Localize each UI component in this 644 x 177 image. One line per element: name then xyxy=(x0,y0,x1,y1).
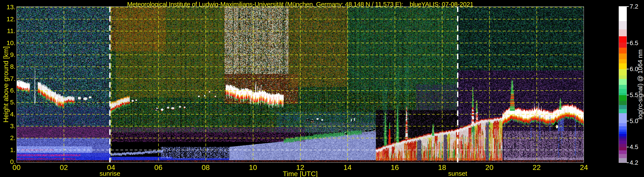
x-axis-label: Time [UTC] xyxy=(283,170,318,177)
colorbar-segment xyxy=(619,63,626,69)
y-tick-label: 1. xyxy=(10,146,16,153)
colorbar-tick-label: 7.2 xyxy=(630,3,638,10)
x-tick-label: 02 xyxy=(60,163,68,172)
x-tick-label: 10 xyxy=(249,163,257,172)
colorbar-tick-mark xyxy=(627,147,629,147)
colorbar-segment xyxy=(619,129,626,132)
colorbar-segment xyxy=(619,43,626,48)
x-tick-label: 20 xyxy=(485,163,493,172)
y-axis-label: Height above ground [km] xyxy=(2,46,10,123)
colorbar-segment xyxy=(619,123,626,126)
colorbar-segment xyxy=(619,141,626,144)
y-tick-label: 7. xyxy=(10,75,16,82)
y-tick-label: 8. xyxy=(10,63,16,70)
x-tick-label: 00 xyxy=(12,163,20,172)
colorbar-tick-label: 4.5 xyxy=(630,143,638,150)
colorbar-tick-mark xyxy=(627,69,629,69)
colorbar-segment xyxy=(619,89,626,93)
colorbar-segment xyxy=(619,105,626,109)
colorbar-segment xyxy=(619,21,626,30)
y-tick-label: 13. xyxy=(6,4,16,11)
x-tick-label: 16 xyxy=(391,163,399,172)
colorbar-label: log(rc-signal) @ 1064 nm xyxy=(637,49,644,119)
colorbar-segment xyxy=(619,54,626,59)
colorbar-segment xyxy=(619,134,626,136)
colorbar-tick-label: 4.2 xyxy=(630,159,638,166)
colorbar-segment xyxy=(619,154,626,158)
colorbar-segment xyxy=(619,147,626,150)
colorbar-segment xyxy=(619,132,626,134)
colorbar-tick-label: 6.5 xyxy=(630,39,638,46)
colorbar-tick-mark xyxy=(627,43,629,43)
x-tick-label: 24 xyxy=(580,163,588,172)
colorbar-segment xyxy=(619,79,626,85)
y-tick-label: 6. xyxy=(10,87,16,94)
x-tick-label: 18 xyxy=(438,163,446,172)
colorbar-segment xyxy=(619,85,626,89)
colorbar-segment xyxy=(619,95,626,101)
sunrise-annotation: sunrise xyxy=(100,170,120,177)
colorbar-segment xyxy=(619,109,626,113)
colorbar-segment xyxy=(619,158,626,163)
y-tick-label: 3. xyxy=(10,122,16,130)
colorbar-segment xyxy=(619,150,626,154)
y-tick-label: 4. xyxy=(10,111,16,118)
x-tick-label: 08 xyxy=(202,163,210,172)
lidar-heatmap-canvas xyxy=(16,7,584,163)
colorbar-segment xyxy=(619,7,626,21)
colorbar-tick-mark xyxy=(627,6,629,7)
colorbar-segment xyxy=(619,93,626,95)
colorbar-segment xyxy=(619,101,626,105)
x-tick-label: 22 xyxy=(533,163,541,172)
colorbar-segment xyxy=(619,48,626,54)
sunset-annotation: sunset xyxy=(448,170,467,177)
colorbar-tick-mark xyxy=(627,162,629,163)
colorbar-segment xyxy=(619,144,626,147)
y-tick-label: 10. xyxy=(6,39,16,47)
y-tick-label: 12. xyxy=(6,16,16,23)
colorbar-segment xyxy=(619,126,626,129)
x-tick-label: 06 xyxy=(154,163,162,172)
y-tick-label: 9. xyxy=(10,51,16,58)
y-tick-label: 11. xyxy=(7,27,16,35)
colorbar-segment xyxy=(619,75,626,79)
colorbar-segment xyxy=(619,138,626,141)
colorbar-segment xyxy=(619,36,626,43)
colorbar-segment xyxy=(619,136,626,138)
colorbar-segment xyxy=(619,69,626,75)
colorbar-segment xyxy=(619,59,626,63)
y-tick-label: 5. xyxy=(10,99,16,106)
colorbar-tick-mark xyxy=(627,95,629,95)
colorbar-tick-mark xyxy=(627,121,629,121)
colorbar xyxy=(619,7,626,163)
colorbar-segment xyxy=(619,30,626,36)
colorbar-segment xyxy=(619,113,626,123)
y-tick-label: 2. xyxy=(10,134,16,141)
lidar-quicklook-page: Meteorological Institute of Ludwig-Maxim… xyxy=(0,0,644,177)
x-tick-label: 14 xyxy=(343,163,352,172)
